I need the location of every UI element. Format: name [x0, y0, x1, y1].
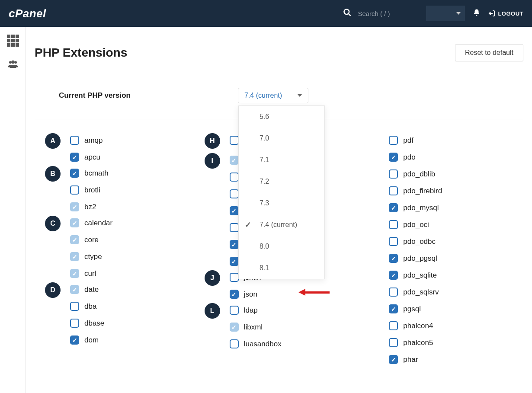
extension-checkbox[interactable] — [389, 338, 398, 347]
extension-item: pdo_oci — [389, 220, 442, 229]
apps-grid-icon[interactable] — [7, 35, 19, 47]
extension-item: brotli — [70, 185, 109, 195]
extension-item: pdo_sqlsrv — [389, 288, 442, 297]
arrow-head-icon — [298, 289, 305, 296]
extension-checkbox[interactable]: ✓ — [389, 271, 398, 280]
extension-checkbox[interactable]: ✓ — [230, 206, 239, 215]
logout-button[interactable]: LOGOUT — [488, 10, 523, 17]
extension-checkbox[interactable]: ✓ — [70, 169, 79, 178]
extension-item: ✓pdo_mysql — [389, 203, 442, 212]
version-option[interactable]: 7.2 — [239, 171, 324, 192]
version-option[interactable]: 5.6 — [239, 106, 324, 128]
extension-checkbox[interactable]: ✓ — [230, 257, 239, 266]
extension-items: ✓calendar✓core✓ctype✓curl — [70, 216, 112, 278]
extension-checkbox[interactable] — [230, 136, 239, 145]
extension-checkbox[interactable]: ✓ — [389, 355, 398, 364]
extension-label: pdf — [403, 136, 413, 145]
extension-label: date — [84, 285, 99, 294]
extension-group: Lldap✓libxmlluasandbox — [205, 303, 364, 348]
search-input[interactable] — [358, 10, 418, 17]
extension-label: phalcon5 — [403, 339, 433, 347]
header-right: LOGOUT — [343, 6, 523, 21]
letter-badge: C — [45, 216, 61, 231]
extension-checkbox[interactable] — [389, 186, 398, 195]
version-option[interactable]: 7.0 — [239, 128, 324, 149]
extension-checkbox[interactable] — [70, 302, 79, 311]
extension-checkbox[interactable] — [230, 223, 239, 232]
version-option[interactable]: 7.4 (current) — [239, 214, 324, 236]
extension-item: ✓phar — [389, 355, 442, 364]
extension-checkbox[interactable] — [230, 173, 239, 182]
extension-checkbox[interactable]: ✓ — [389, 304, 398, 313]
version-selected-text: 7.4 (current) — [244, 92, 282, 99]
extension-checkbox[interactable]: ✓ — [230, 240, 239, 249]
extension-group: D✓datedbadbase✓dom — [45, 282, 205, 345]
extension-checkbox[interactable] — [70, 185, 79, 195]
extension-checkbox[interactable]: ✓ — [230, 290, 239, 299]
php-version-select[interactable]: 7.4 (current) 5.67.07.17.27.37.4 (curren… — [238, 88, 308, 103]
extension-checkbox[interactable] — [70, 319, 79, 328]
extension-checkbox: ✓ — [70, 252, 79, 261]
version-option[interactable]: 8.0 — [239, 236, 324, 257]
extension-checkbox[interactable]: ✓ — [70, 153, 79, 162]
search-icon[interactable] — [343, 8, 352, 19]
extension-checkbox[interactable] — [70, 136, 79, 145]
extension-checkbox[interactable]: ✓ — [389, 254, 398, 263]
extension-group: C✓calendar✓core✓ctype✓curl — [45, 216, 205, 278]
page-title: PHP Extensions — [35, 46, 127, 60]
extension-label: pdo_pgsql — [403, 254, 437, 263]
extension-label: pdo — [403, 153, 415, 162]
version-dropdown: 5.67.07.17.27.37.4 (current)8.08.1 — [238, 105, 325, 279]
user-menu[interactable] — [426, 6, 465, 21]
extension-group: B✓bcmathbrotli✓bz2 — [45, 166, 205, 211]
extension-checkbox[interactable] — [389, 220, 398, 229]
extension-label: pdo_firebird — [403, 187, 442, 195]
extension-checkbox[interactable] — [230, 189, 239, 198]
extension-item: phalcon4 — [389, 321, 442, 330]
reset-to-default-button[interactable]: Reset to default — [455, 44, 523, 61]
extension-checkbox[interactable] — [389, 169, 398, 179]
cpanel-logo[interactable]: cPanel — [9, 7, 46, 20]
extension-item: ✓libxml — [230, 323, 282, 332]
extension-checkbox[interactable] — [230, 339, 239, 348]
extension-item: pdo_firebird — [389, 186, 442, 195]
extension-checkbox[interactable] — [230, 306, 239, 315]
extension-checkbox[interactable]: ✓ — [389, 153, 398, 162]
extension-checkbox[interactable] — [389, 321, 398, 330]
extension-checkbox[interactable]: ✓ — [70, 335, 79, 345]
extension-checkbox: ✓ — [70, 285, 79, 294]
extension-label: apcu — [84, 153, 100, 162]
top-header: cPanel LOGOUT — [0, 0, 532, 27]
extension-label: phalcon4 — [403, 322, 433, 330]
extension-checkbox[interactable] — [230, 273, 239, 282]
extension-item: pdo_dblib — [389, 169, 442, 179]
version-option[interactable]: 8.1 — [239, 257, 324, 279]
header-left: cPanel — [9, 7, 46, 20]
search-wrap — [343, 8, 418, 19]
arrow-shaft — [305, 291, 330, 294]
extension-label: json — [244, 290, 257, 299]
version-option[interactable]: 7.1 — [239, 149, 324, 171]
extension-item: ✓bcmath — [70, 169, 109, 178]
letter-badge: B — [45, 166, 61, 182]
extension-group: Aamqp✓apcu — [45, 133, 205, 162]
extension-checkbox: ✓ — [230, 323, 239, 332]
extension-checkbox[interactable] — [389, 136, 398, 145]
version-option[interactable]: 7.3 — [239, 192, 324, 214]
extension-label: dba — [84, 302, 96, 311]
bell-icon[interactable] — [473, 9, 481, 19]
extension-item: dbase — [70, 319, 104, 328]
extension-item: pdo_odbc — [389, 237, 442, 246]
extension-checkbox[interactable] — [389, 288, 398, 297]
extension-label: dom — [84, 336, 99, 345]
current-version-label: Current PHP version — [59, 91, 131, 100]
extension-checkbox[interactable]: ✓ — [389, 203, 398, 212]
extension-checkbox: ✓ — [230, 156, 239, 165]
extension-items: amqp✓apcu — [70, 133, 103, 162]
extension-label: pdo_mysql — [403, 204, 439, 212]
svg-point-3 — [9, 61, 12, 64]
extension-checkbox[interactable] — [389, 237, 398, 246]
extension-item: amqp — [70, 136, 103, 145]
users-icon[interactable] — [6, 59, 19, 72]
extension-label: amqp — [84, 136, 103, 145]
